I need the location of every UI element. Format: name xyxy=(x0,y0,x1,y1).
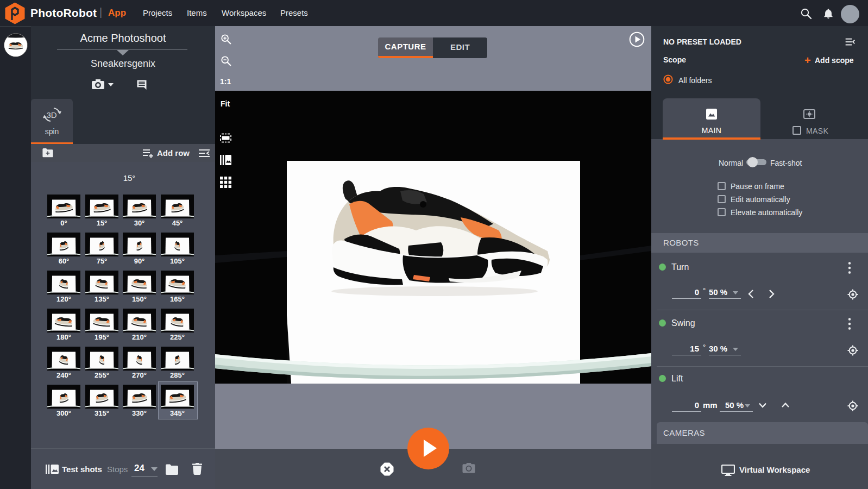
svg-text:3D: 3D xyxy=(46,110,56,120)
